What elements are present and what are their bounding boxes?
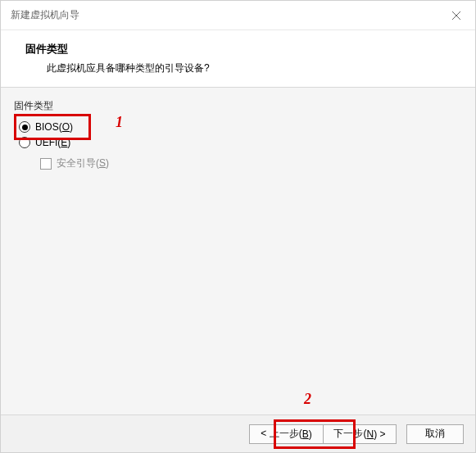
- button-bar: < 上一步(B) 下一步(N) > 取消: [1, 414, 475, 452]
- page-subheading: 此虚拟机应具备哪种类型的引导设备?: [25, 61, 459, 75]
- checkbox-icon: [40, 158, 52, 170]
- cancel-button[interactable]: 取消: [406, 424, 464, 444]
- radio-bios-label: BIOS(O): [35, 121, 73, 133]
- radio-uefi-label: UEFI(E): [35, 137, 70, 148]
- page-heading: 固件类型: [25, 42, 459, 57]
- content-area: 固件类型 BIOS(O) UEFI(E) 安全引导(S) 1 2: [1, 88, 475, 414]
- secure-boot-label: 安全引导(S): [57, 156, 109, 170]
- wizard-header: 固件类型 此虚拟机应具备哪种类型的引导设备?: [1, 30, 475, 87]
- radio-uefi[interactable]: UEFI(E): [19, 137, 462, 148]
- radio-icon: [19, 121, 30, 133]
- titlebar: 新建虚拟机向导: [1, 1, 475, 30]
- close-button[interactable]: [437, 1, 475, 29]
- close-icon: [451, 11, 461, 20]
- wizard-dialog: 新建虚拟机向导 固件类型 此虚拟机应具备哪种类型的引导设备? 固件类型 BIOS…: [0, 0, 476, 453]
- radio-bios[interactable]: BIOS(O): [19, 121, 462, 133]
- annotation-number-2: 2: [304, 391, 311, 408]
- checkbox-secure-boot: 安全引导(S): [40, 156, 462, 170]
- next-button[interactable]: 下一步(N) >: [323, 424, 397, 444]
- radio-icon: [19, 137, 30, 148]
- window-title: 新建虚拟机向导: [11, 8, 79, 22]
- firmware-group-label: 固件类型: [14, 99, 462, 113]
- annotation-number-1: 1: [116, 114, 123, 131]
- back-button[interactable]: < 上一步(B): [249, 424, 323, 444]
